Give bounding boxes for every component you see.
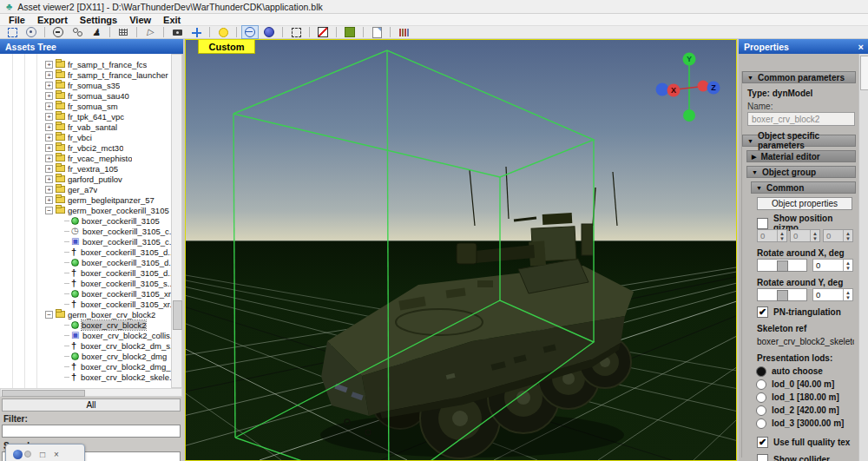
axis-ball-red[interactable] [698,81,709,92]
tree-expander-icon[interactable] [45,82,53,89]
scrollbar-thumb[interactable] [173,300,182,330]
radio-icon[interactable] [756,366,766,377]
position-y-spinner[interactable]: 0 ▲▼ [790,229,820,242]
rotate-y-spinner[interactable]: 0 ▲▼ [812,288,853,301]
properties-scrollbar[interactable] [858,54,868,461]
color-swatch-icon[interactable] [341,25,358,39]
slider-thumb[interactable] [777,290,788,301]
tree-row[interactable]: boxer_cockerill_3105_xr.. [0,288,171,299]
new-page-icon[interactable] [368,25,385,39]
tree-expander-icon[interactable] [45,113,53,121]
tree-expander-icon[interactable] [45,311,53,319]
tree-expander-icon[interactable] [45,175,53,183]
tree-horizontal-scrollbar[interactable] [0,388,182,397]
radio-icon[interactable] [756,418,766,429]
viewport-3d[interactable]: Y X Z Custom [185,39,737,461]
show-collider-row[interactable]: Show collider [757,454,830,461]
tree-row[interactable]: boxer_crv_block2_collis.. [0,330,171,340]
slider-thumb[interactable] [777,260,788,272]
restore-icon[interactable]: □ [40,450,45,459]
all-button[interactable]: All [2,398,181,412]
spinner-arrows-icon[interactable]: ▲▼ [843,260,852,271]
checkbox-checked[interactable] [757,437,768,448]
use-full-quality-tex-row[interactable]: Use full quality tex [757,437,850,448]
radio-icon[interactable] [756,405,766,416]
spinner-arrows-icon[interactable]: ▲▼ [810,230,819,241]
tree-row[interactable]: boxer_cockerill_3105_d.. [0,247,171,257]
tree-row[interactable]: boxer_cockerill_3105_s.. [0,278,171,288]
menu-item[interactable]: View [129,15,151,25]
tree-expander-icon[interactable] [45,123,53,131]
radio-icon[interactable] [756,392,766,403]
checkbox-unchecked[interactable] [757,218,768,229]
tree-expander-icon[interactable] [45,207,53,214]
pn-triangulation-row[interactable]: PN-triangulation [757,306,841,318]
tree-row[interactable]: garford_putilov [0,174,171,184]
move-gizmo-icon[interactable] [187,25,205,39]
checkbox-unchecked[interactable] [757,454,768,461]
tree-row[interactable]: boxer_crv_block2_dmg [0,351,171,361]
tree-expander-icon[interactable] [45,186,53,194]
section-common-parameters[interactable]: ▼ Common parameters [742,71,856,83]
position-z-spinner[interactable]: 0 ▲▼ [823,229,853,242]
no-material-icon[interactable] [314,25,332,39]
tree-row[interactable]: fr_vcac_mephisto [0,153,171,163]
section-object-group[interactable]: ▼ Object group [746,166,856,178]
lod-radio-row[interactable]: lod_0 [40.00 m] [756,378,844,391]
scrollbar-thumb[interactable] [860,56,868,90]
tree-row[interactable]: boxer_cockerill_3105_d.. [0,267,171,278]
marquee-select-icon[interactable] [3,25,21,39]
tree-row[interactable]: fr_somua_s35 [0,80,171,90]
tree-row[interactable]: boxer_crv_block2_skele.. [0,372,171,382]
pointer-icon[interactable]: ▷ [141,25,159,39]
tree-vertical-scrollbar[interactable] [171,54,182,388]
tree-row[interactable]: boxer_crv_block2_dmg_.. [0,361,171,372]
tree-row[interactable]: boxer_crv_block2_dm_s.. [0,340,171,351]
scrollbar-thumb[interactable] [2,390,85,397]
viewport-tab-custom[interactable]: Custom [198,40,255,54]
assets-tree[interactable]: fr_samp_t_france_fcs fr_samp_t_france_la… [0,54,172,388]
rotate-y-slider[interactable] [757,288,807,301]
object-properties-button[interactable]: Object properties [757,197,852,210]
lod-radio-row[interactable]: lod_2 [420.00 m] [756,404,844,417]
tree-expander-icon[interactable] [45,155,53,162]
light-toggle-icon[interactable] [214,25,232,39]
tree-row[interactable]: ger_a7v [0,184,171,194]
tree-row[interactable]: boxer_cockerill_3105 [0,215,171,226]
tree-row[interactable]: germ_begleitpanzer_57 [0,194,171,205]
spinner-arrows-icon[interactable]: ▲▼ [843,289,852,300]
rotate-x-slider[interactable] [757,259,807,272]
menu-item[interactable]: Export [37,15,68,25]
name-input[interactable]: boxer_crv_block2 [747,112,855,126]
tree-row[interactable]: fr_samp_t_france_launcher [0,69,171,80]
tree-expander-icon[interactable] [45,102,53,110]
tree-row[interactable]: fr_vab_santal [0,122,171,132]
tree-row[interactable]: fr_tpk_641_vpc [0,111,171,122]
tree-expander-icon[interactable] [45,196,53,204]
wireframe-sphere-icon[interactable] [241,25,259,39]
scene-canvas[interactable]: Y X Z [186,40,736,460]
tree-row[interactable]: boxer_cockerill_3105_c.. [0,236,171,247]
tree-row[interactable]: boxer_crv_block2 [0,319,171,330]
tree-expander-icon[interactable] [45,144,53,152]
lod-radio-row[interactable]: auto choose [756,365,844,378]
tree-row[interactable]: fr_samp_t_france_fcs [0,59,171,69]
eye-view-icon[interactable] [23,25,40,39]
menu-item[interactable]: File [9,15,25,25]
camera-icon[interactable] [168,25,186,39]
tree-expander-icon[interactable] [45,134,53,142]
lod-radio-row[interactable]: lod_3 [3000.00 m] [756,417,844,430]
tree-row[interactable]: germ_boxer_cockerill_3105 [0,205,171,215]
spinner-arrows-icon[interactable]: ▲▼ [843,230,852,241]
section-common[interactable]: ▼ Common [751,181,856,194]
radio-icon[interactable] [756,379,766,390]
grid-snap-icon[interactable] [115,25,132,39]
tree-row[interactable]: fr_somua_sm [0,101,171,111]
tree-expander-icon[interactable] [45,71,53,79]
tree-row[interactable]: boxer_cockerill_3105_c.. [0,226,171,236]
tree-expander-icon[interactable] [45,92,53,100]
close-icon[interactable]: × [54,450,59,459]
orbit-icon[interactable] [49,25,67,39]
tree-expander-icon[interactable] [45,61,53,69]
spinner-arrows-icon[interactable]: ▲▼ [777,230,786,241]
